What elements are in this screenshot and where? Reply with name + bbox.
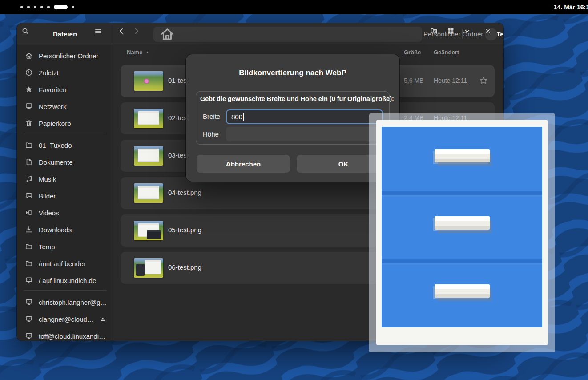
sidebar-item-label: toff@cloud.linuxandi…	[39, 332, 105, 340]
sidebar-item-label: /mnt auf bender	[39, 260, 85, 267]
sidebar-item[interactable]: / auf linuxundich.de	[20, 273, 110, 287]
height-label: Höhe	[203, 130, 219, 138]
document-icon	[25, 158, 33, 166]
sidebar-item[interactable]: Zuletzt	[20, 65, 110, 80]
headerbar: Persönlicher Ordner / Test	[113, 23, 503, 45]
back-button[interactable]	[118, 28, 131, 41]
sidebar-item[interactable]: Papierkorb	[20, 116, 110, 130]
window-close-button[interactable]	[485, 28, 497, 40]
sidebar-item[interactable]: Videos	[20, 206, 110, 220]
sidebar-item[interactable]: Musik	[20, 172, 110, 186]
sidebar-item-label: Musik	[39, 175, 56, 183]
breadcrumb: Persönlicher Ordner / Test	[153, 27, 422, 42]
webp-conversion-dialog: Bildkonvertierung nach WebP Gebt die gew…	[186, 54, 399, 182]
workspace-dot[interactable]	[34, 6, 36, 8]
sidebar-item-label: christoph.langner@g…	[39, 299, 106, 306]
drawer-handle	[435, 216, 490, 230]
dimensions-group: Gebt die gewünschte Breite und Höhe ein …	[196, 91, 390, 145]
download-icon	[25, 226, 33, 234]
chevron-down-icon	[463, 27, 478, 41]
sidebar-divider	[24, 133, 106, 133]
column-header-name[interactable]: Name	[127, 49, 150, 56]
sidebar-item[interactable]: Bilder	[20, 189, 110, 203]
column-header-modified[interactable]: Geändert	[434, 49, 459, 56]
image-icon	[25, 192, 33, 200]
sidebar-item-label: Papierkorb	[39, 120, 71, 127]
desktop: 14. Mär 16:1 Dateien Persönlicher Ordner…	[0, 0, 588, 380]
cabinet-drawer	[382, 127, 542, 191]
files-app-drag-icon	[369, 113, 555, 352]
file-thumbnail	[134, 258, 163, 278]
eject-icon[interactable]	[99, 315, 106, 323]
folder-icon	[25, 141, 33, 149]
headerbar-actions	[430, 27, 497, 41]
folder-icon	[25, 259, 33, 267]
star-icon[interactable]	[479, 76, 488, 85]
workspace-active-pill[interactable]	[54, 5, 68, 9]
close-icon	[485, 28, 497, 40]
workspace-indicator[interactable]	[0, 5, 74, 9]
workspace-dot[interactable]	[47, 6, 50, 8]
video-icon	[25, 209, 33, 217]
file-size: 5,6 MB	[404, 77, 423, 84]
search-button[interactable]	[21, 27, 36, 41]
home-icon	[25, 52, 33, 60]
sidebar-item[interactable]: christoph.langner@g…	[20, 295, 110, 309]
sidebar-item-label: Temp	[39, 243, 55, 251]
trash-icon	[25, 119, 33, 127]
forward-icon	[133, 28, 146, 41]
divider	[462, 29, 463, 39]
height-input[interactable]	[226, 127, 383, 141]
file-thumbnail	[134, 183, 163, 203]
sidebar-item[interactable]: 01_Tuxedo	[20, 138, 110, 152]
sidebar-item-label: Videos	[39, 209, 59, 217]
clock-icon	[25, 69, 33, 77]
sidebar-item[interactable]: Dokumente	[20, 155, 110, 169]
sidebar-item[interactable]: Persönlicher Ordner	[20, 49, 110, 63]
sidebar: Dateien Persönlicher Ordner Zuletzt Favo…	[17, 23, 113, 341]
cabinet-frame	[376, 120, 548, 345]
column-header-size[interactable]: Größe	[404, 49, 421, 56]
grid-view-button[interactable]	[447, 27, 461, 41]
cancel-button[interactable]: Abbrechen	[197, 155, 290, 173]
remote-icon	[25, 276, 33, 284]
network-icon	[25, 102, 33, 110]
sidebar-item[interactable]: Netzwerk	[20, 99, 110, 113]
width-label: Breite	[203, 113, 220, 120]
sidebar-item[interactable]: /mnt auf bender	[20, 256, 110, 271]
remote-icon	[25, 315, 33, 323]
app-title: Dateien	[36, 30, 94, 38]
text-caret	[243, 113, 244, 121]
sidebar-item-label: Netzwerk	[39, 103, 67, 110]
view-options-button[interactable]	[463, 27, 478, 41]
file-thumbnail	[134, 71, 163, 91]
sidebar-item[interactable]: clangner@cloud…	[20, 312, 110, 326]
workspace-dot[interactable]	[20, 6, 23, 8]
workspace-dot[interactable]	[72, 6, 74, 8]
sidebar-item-label: 01_Tuxedo	[39, 141, 72, 149]
back-icon	[118, 28, 131, 41]
sidebar-headerbar: Dateien	[17, 23, 113, 45]
clock[interactable]: 14. Mär 16:1	[554, 4, 588, 11]
search-folder-button[interactable]	[430, 27, 444, 41]
sidebar-item-label: Bilder	[39, 192, 56, 200]
sidebar-item[interactable]: toff@cloud.linuxandi…	[20, 329, 110, 341]
forward-button[interactable]	[133, 28, 146, 41]
sidebar-item-label: Dokumente	[39, 158, 73, 166]
dialog-title: Bildkonvertierung nach WebP	[186, 69, 399, 77]
workspace-dot[interactable]	[40, 6, 43, 8]
width-input[interactable]: 800	[226, 109, 383, 124]
sidebar-item[interactable]: Temp	[20, 239, 110, 254]
main-menu-button[interactable]	[94, 27, 109, 41]
file-name: 06-test.png	[168, 263, 201, 271]
sidebar-item[interactable]: Downloads	[20, 222, 110, 237]
sidebar-item-label: Persönlicher Ordner	[39, 52, 98, 60]
search-icon	[21, 27, 36, 41]
hamburger-icon	[94, 27, 109, 41]
workspace-dot[interactable]	[27, 6, 30, 8]
remote-icon	[25, 298, 33, 306]
drawer-handle	[435, 149, 490, 162]
drawer-handle	[435, 284, 490, 298]
sidebar-item[interactable]: Favoriten	[20, 82, 110, 97]
breadcrumb-current[interactable]: Test	[496, 30, 503, 38]
